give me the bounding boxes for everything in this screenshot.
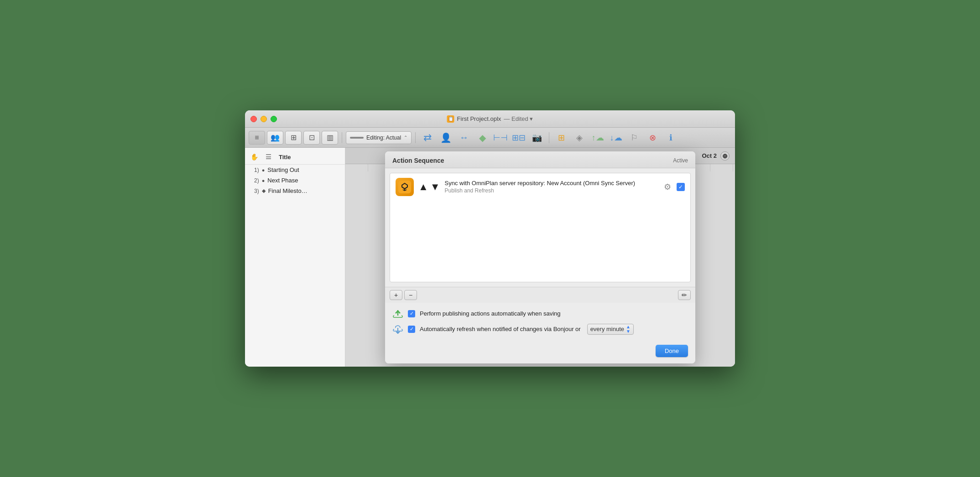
refresh-interval-select[interactable]: every minute ▲ ▼ (587, 324, 634, 335)
edit-action-btn[interactable]: ✏ (678, 290, 691, 300)
modal-options: ✓ Perform publishing actions automatical… (385, 303, 695, 340)
sidebar-header: ✋ ☰ Title (245, 151, 345, 165)
action-item-title: Sync with OmniPlan server repository: Ne… (445, 180, 657, 187)
add-icon: + (394, 291, 398, 299)
view-table-btn[interactable]: ⊞ (285, 131, 302, 145)
toolbar-sep-3 (549, 132, 549, 143)
action-item-1: ▲ ▼ Sync with OmniPlan server repository… (390, 173, 690, 201)
app-window: 📋 First Project.oplx — Edited ▾ ≡ 👥 ⊞ ⊡ … (245, 110, 735, 367)
item-label-2: Next Phase (267, 177, 298, 184)
action-arrows: ▲ ▼ (418, 181, 440, 193)
add-action-btn[interactable]: + (390, 290, 402, 300)
toolbar-sep-2 (415, 132, 416, 143)
view-outline-btn[interactable]: ≡ (249, 131, 265, 145)
arrow-up-icon: ▲ (418, 181, 428, 193)
modal-overlay: Action Sequence Active (345, 148, 735, 367)
view-resource-btn[interactable]: 👥 (267, 131, 283, 145)
refresh-interval-value: every minute (590, 326, 624, 332)
sidebar: ✋ ☰ Title 1) ● Starting Out 2) ● Next Ph… (245, 148, 345, 367)
action-active-checkbox[interactable]: ✓ (677, 183, 685, 191)
window-edited-label: — Edited ▾ (504, 115, 533, 122)
resource-btn[interactable]: 👤 (438, 131, 454, 145)
refresh-icon (392, 324, 403, 335)
item-label-1: Starting Out (267, 166, 299, 173)
modal-title: Action Sequence (392, 157, 444, 164)
action-app-icon (396, 178, 414, 196)
toolbar: ≡ 👥 ⊞ ⊡ ▥ Editing: Actual ⌃ ⇄ 👤 ↔ ◆ ⊢⊣ ⊞… (245, 128, 735, 148)
editing-dropdown-label: Editing: Actual (366, 135, 401, 141)
publish-icon (392, 308, 403, 319)
editing-dropdown[interactable]: Editing: Actual ⌃ (346, 131, 412, 144)
arrow-down-icon: ▼ (430, 181, 440, 193)
auto-publish-checkbox[interactable]: ✓ (408, 310, 415, 317)
action-item-subtitle: Publish and Refresh (445, 187, 657, 194)
item-num-3: 3) (254, 188, 259, 194)
group-btn[interactable]: ⊞⊟ (511, 131, 527, 145)
sidebar-item-2[interactable]: 2) ● Next Phase (245, 175, 345, 186)
sidebar-item-3[interactable]: 3) ◆ Final Milesto… (245, 186, 345, 196)
auto-refresh-checkbox[interactable]: ✓ (408, 326, 415, 333)
camera-btn[interactable]: 📷 (529, 131, 545, 145)
eye-btn[interactable]: ◈ (571, 131, 588, 145)
sidebar-item-1[interactable]: 1) ● Starting Out (245, 165, 345, 175)
toolbar-sep-1 (342, 132, 342, 143)
title-bar-center: 📋 First Project.oplx — Edited ▾ (447, 115, 533, 123)
item-bullet-3: ◆ (262, 188, 266, 194)
modal-header: Action Sequence Active (385, 151, 695, 168)
connect-btn[interactable]: ⇄ (419, 131, 436, 145)
title-bar: 📋 First Project.oplx — Edited ▾ (245, 110, 735, 128)
hand-icon[interactable]: ✋ (250, 153, 258, 161)
item-label-3: Final Milesto… (268, 187, 308, 194)
done-button[interactable]: Done (656, 345, 688, 357)
download-btn[interactable]: ↓☁ (608, 131, 624, 145)
auto-refresh-label: Automatically refresh when notified of c… (420, 326, 581, 332)
view-network-btn[interactable]: ⊡ (303, 131, 320, 145)
select-arrows-icon: ▲ ▼ (626, 325, 631, 334)
modal-done-area: Done (385, 340, 695, 363)
milestone-btn[interactable]: ◆ (474, 131, 490, 145)
svg-rect-0 (398, 181, 411, 193)
modal-active-label: Active (673, 157, 688, 164)
maximize-button[interactable] (271, 116, 277, 122)
list-icon[interactable]: ☰ (266, 153, 271, 161)
remove-action-btn[interactable]: − (404, 290, 417, 300)
edit-icon: ✏ (682, 291, 687, 299)
main-content: ✋ ☰ Title 1) ● Starting Out 2) ● Next Ph… (245, 148, 735, 367)
auto-publish-label: Perform publishing actions automatically… (420, 310, 561, 317)
table-btn[interactable]: ⊞ (553, 131, 569, 145)
view-calendar-btn[interactable]: ▥ (322, 131, 338, 145)
action-list: ▲ ▼ Sync with OmniPlan server repository… (390, 173, 691, 282)
sidebar-title: Title (279, 154, 291, 161)
close-button[interactable] (250, 116, 257, 122)
gear-button[interactable]: ⚙ (662, 181, 673, 192)
alert-btn[interactable]: ⊗ (644, 131, 661, 145)
traffic-lights (250, 116, 277, 122)
action-text: Sync with OmniPlan server repository: Ne… (445, 180, 657, 194)
item-num-2: 2) (254, 177, 259, 184)
minimize-button[interactable] (261, 116, 267, 122)
item-bullet-1: ● (262, 167, 265, 173)
editing-dropdown-arrow: ⌃ (404, 135, 407, 140)
info-btn[interactable]: ℹ (662, 131, 679, 145)
window-title: First Project.oplx (457, 115, 501, 122)
dependency-btn[interactable]: ↔ (456, 131, 472, 145)
remove-icon: − (409, 291, 412, 299)
modal: Action Sequence Active (385, 151, 695, 363)
auto-publish-row: ✓ Perform publishing actions automatical… (392, 308, 688, 319)
gantt-area: Oct 2 ⊕ Action Sequence Active (345, 148, 735, 367)
item-num-1: 1) (254, 167, 259, 173)
auto-refresh-row: ✓ Automatically refresh when notified of… (392, 324, 688, 335)
modal-footer-toolbar: + − ✏ (385, 287, 695, 303)
split-btn[interactable]: ⊢⊣ (492, 131, 509, 145)
action-controls: ⚙ ✓ (662, 181, 685, 192)
upload-btn[interactable]: ↑☁ (589, 131, 606, 145)
flag-btn[interactable]: ⚐ (626, 131, 642, 145)
item-bullet-2: ● (262, 178, 265, 183)
title-file-icon: 📋 (447, 115, 454, 123)
